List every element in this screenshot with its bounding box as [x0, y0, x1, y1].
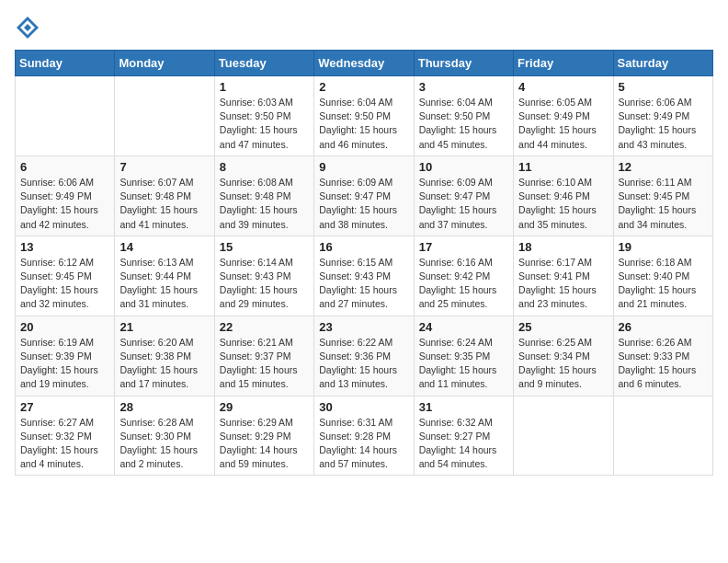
calendar-cell: 10Sunrise: 6:09 AMSunset: 9:47 PMDayligh… — [414, 155, 513, 236]
calendar-cell — [613, 396, 712, 476]
sunset-text: Sunset: 9:47 PM — [319, 190, 391, 201]
sunset-text: Sunset: 9:45 PM — [20, 270, 92, 282]
sunrise-text: Sunrise: 6:31 AM — [319, 417, 392, 428]
sun-info: Sunrise: 6:11 AMSunset: 9:45 PMDaylight:… — [619, 176, 708, 232]
sun-info: Sunrise: 6:05 AMSunset: 9:49 PMDaylight:… — [518, 96, 608, 152]
daylight-text: Daylight: 15 hours and 2 minutes. — [119, 444, 198, 469]
sun-info: Sunrise: 6:21 AMSunset: 9:37 PMDaylight:… — [220, 336, 309, 392]
daylight-text: Daylight: 14 hours and 54 minutes. — [419, 444, 497, 469]
calendar-cell: 25Sunrise: 6:25 AMSunset: 9:34 PMDayligh… — [514, 316, 613, 396]
calendar-cell: 9Sunrise: 6:09 AMSunset: 9:47 PMDaylight… — [314, 155, 414, 236]
sun-info: Sunrise: 6:06 AMSunset: 9:49 PMDaylight:… — [20, 176, 109, 232]
sunrise-text: Sunrise: 6:15 AM — [319, 257, 392, 268]
daylight-text: Daylight: 14 hours and 59 minutes. — [220, 444, 298, 469]
daylight-text: Daylight: 15 hours and 23 minutes. — [518, 284, 597, 309]
sunset-text: Sunset: 9:44 PM — [119, 270, 191, 282]
day-number: 5 — [619, 80, 708, 94]
daylight-text: Daylight: 15 hours and 38 minutes. — [319, 204, 397, 229]
sunrise-text: Sunrise: 6:11 AM — [619, 177, 692, 188]
sunset-text: Sunset: 9:42 PM — [419, 270, 491, 282]
sunrise-text: Sunrise: 6:29 AM — [220, 417, 293, 428]
sun-info: Sunrise: 6:19 AMSunset: 9:39 PMDaylight:… — [20, 336, 109, 392]
calendar-week-row: 13Sunrise: 6:12 AMSunset: 9:45 PMDayligh… — [16, 236, 713, 316]
sunrise-text: Sunrise: 6:06 AM — [20, 177, 94, 188]
calendar-header-row: SundayMondayTuesdayWednesdayThursdayFrid… — [16, 51, 713, 76]
sunrise-text: Sunrise: 6:04 AM — [319, 97, 392, 108]
sun-info: Sunrise: 6:08 AMSunset: 9:48 PMDaylight:… — [220, 176, 309, 232]
day-number: 3 — [419, 80, 508, 94]
sunset-text: Sunset: 9:43 PM — [220, 270, 291, 282]
sunset-text: Sunset: 9:39 PM — [20, 350, 92, 362]
daylight-text: Daylight: 15 hours and 21 minutes. — [619, 284, 697, 309]
sunset-text: Sunset: 9:45 PM — [619, 190, 690, 201]
day-number: 24 — [419, 320, 508, 334]
day-number: 20 — [20, 320, 109, 334]
calendar-cell — [16, 76, 115, 156]
sun-info: Sunrise: 6:32 AMSunset: 9:27 PMDaylight:… — [419, 416, 508, 472]
calendar-cell: 17Sunrise: 6:16 AMSunset: 9:42 PMDayligh… — [414, 236, 513, 316]
day-number: 23 — [319, 320, 408, 334]
sun-info: Sunrise: 6:13 AMSunset: 9:44 PMDaylight:… — [119, 256, 209, 312]
day-number: 30 — [319, 400, 408, 414]
weekday-header: Thursday — [414, 51, 513, 76]
sun-info: Sunrise: 6:09 AMSunset: 9:47 PMDaylight:… — [319, 176, 408, 232]
day-number: 4 — [518, 80, 608, 94]
sun-info: Sunrise: 6:26 AMSunset: 9:33 PMDaylight:… — [619, 336, 708, 392]
calendar-cell: 3Sunrise: 6:04 AMSunset: 9:50 PMDaylight… — [414, 76, 513, 156]
calendar-cell: 20Sunrise: 6:19 AMSunset: 9:39 PMDayligh… — [16, 316, 115, 396]
sun-info: Sunrise: 6:12 AMSunset: 9:45 PMDaylight:… — [20, 256, 109, 312]
day-number: 19 — [619, 240, 708, 254]
sunrise-text: Sunrise: 6:32 AM — [419, 417, 493, 428]
daylight-text: Daylight: 15 hours and 25 minutes. — [419, 284, 497, 309]
sun-info: Sunrise: 6:04 AMSunset: 9:50 PMDaylight:… — [419, 96, 508, 152]
calendar-cell: 6Sunrise: 6:06 AMSunset: 9:49 PMDaylight… — [16, 155, 115, 236]
sunset-text: Sunset: 9:49 PM — [518, 110, 590, 121]
day-number: 21 — [119, 320, 209, 334]
daylight-text: Daylight: 15 hours and 17 minutes. — [119, 364, 198, 389]
sun-info: Sunrise: 6:18 AMSunset: 9:40 PMDaylight:… — [619, 256, 708, 312]
day-number: 15 — [220, 240, 309, 254]
sunset-text: Sunset: 9:46 PM — [518, 190, 590, 201]
calendar-cell: 7Sunrise: 6:07 AMSunset: 9:48 PMDaylight… — [115, 155, 214, 236]
calendar-cell: 2Sunrise: 6:04 AMSunset: 9:50 PMDaylight… — [314, 76, 414, 156]
daylight-text: Daylight: 15 hours and 29 minutes. — [220, 284, 298, 309]
sunrise-text: Sunrise: 6:09 AM — [419, 177, 493, 188]
sun-info: Sunrise: 6:15 AMSunset: 9:43 PMDaylight:… — [319, 256, 408, 312]
page-header — [15, 15, 713, 40]
sunrise-text: Sunrise: 6:17 AM — [518, 257, 592, 268]
calendar-cell: 15Sunrise: 6:14 AMSunset: 9:43 PMDayligh… — [214, 236, 313, 316]
day-number: 17 — [419, 240, 508, 254]
sun-info: Sunrise: 6:24 AMSunset: 9:35 PMDaylight:… — [419, 336, 508, 392]
sunrise-text: Sunrise: 6:27 AM — [20, 417, 94, 428]
calendar-cell: 19Sunrise: 6:18 AMSunset: 9:40 PMDayligh… — [613, 236, 712, 316]
sun-info: Sunrise: 6:09 AMSunset: 9:47 PMDaylight:… — [419, 176, 508, 232]
day-number: 31 — [419, 400, 508, 414]
daylight-text: Daylight: 15 hours and 32 minutes. — [20, 284, 98, 309]
calendar-cell: 14Sunrise: 6:13 AMSunset: 9:44 PMDayligh… — [115, 236, 214, 316]
sunset-text: Sunset: 9:33 PM — [619, 350, 690, 362]
weekday-header: Sunday — [16, 51, 115, 76]
calendar-week-row: 20Sunrise: 6:19 AMSunset: 9:39 PMDayligh… — [16, 316, 713, 396]
calendar-cell: 22Sunrise: 6:21 AMSunset: 9:37 PMDayligh… — [214, 316, 313, 396]
sunset-text: Sunset: 9:32 PM — [20, 431, 92, 442]
sunrise-text: Sunrise: 6:04 AM — [419, 97, 493, 108]
sunrise-text: Sunrise: 6:05 AM — [518, 97, 592, 108]
day-number: 22 — [220, 320, 309, 334]
daylight-text: Daylight: 15 hours and 34 minutes. — [619, 204, 697, 229]
calendar-cell: 28Sunrise: 6:28 AMSunset: 9:30 PMDayligh… — [115, 396, 214, 476]
sunrise-text: Sunrise: 6:07 AM — [119, 177, 193, 188]
sunset-text: Sunset: 9:27 PM — [419, 431, 491, 442]
calendar-week-row: 1Sunrise: 6:03 AMSunset: 9:50 PMDaylight… — [16, 76, 713, 156]
sunrise-text: Sunrise: 6:24 AM — [419, 337, 493, 348]
sunrise-text: Sunrise: 6:13 AM — [119, 257, 193, 268]
calendar-cell: 13Sunrise: 6:12 AMSunset: 9:45 PMDayligh… — [16, 236, 115, 316]
daylight-text: Daylight: 14 hours and 57 minutes. — [319, 444, 397, 469]
sunset-text: Sunset: 9:50 PM — [419, 110, 491, 121]
calendar-week-row: 6Sunrise: 6:06 AMSunset: 9:49 PMDaylight… — [16, 155, 713, 236]
sun-info: Sunrise: 6:22 AMSunset: 9:36 PMDaylight:… — [319, 336, 408, 392]
sun-info: Sunrise: 6:06 AMSunset: 9:49 PMDaylight:… — [619, 96, 708, 152]
sun-info: Sunrise: 6:29 AMSunset: 9:29 PMDaylight:… — [220, 416, 309, 472]
sun-info: Sunrise: 6:20 AMSunset: 9:38 PMDaylight:… — [119, 336, 209, 392]
calendar-week-row: 27Sunrise: 6:27 AMSunset: 9:32 PMDayligh… — [16, 396, 713, 476]
logo-icon — [15, 15, 40, 40]
